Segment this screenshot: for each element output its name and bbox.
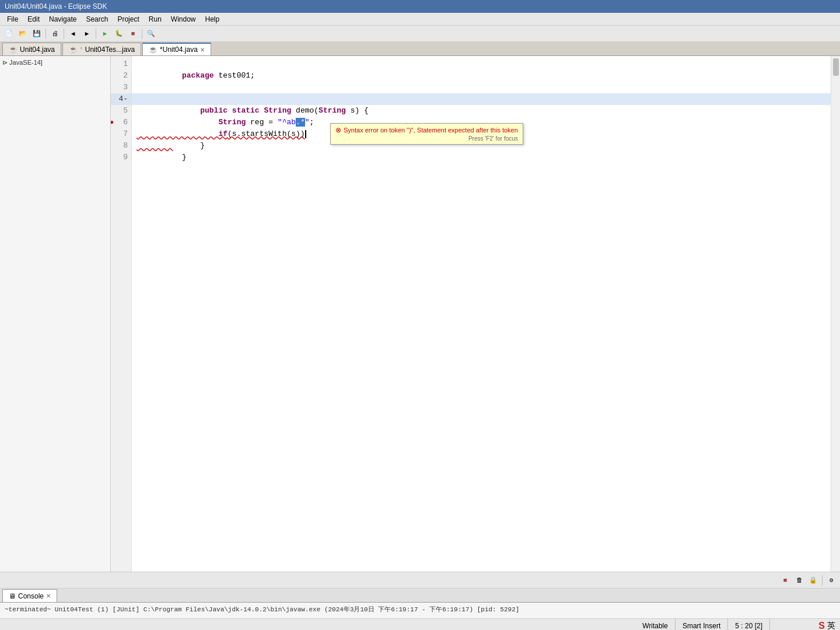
status-bar: Writable Smart Insert 5 : 20 [2] S 英	[0, 618, 840, 630]
code-line-9	[132, 152, 831, 163]
menu-edit[interactable]: Edit	[23, 14, 44, 24]
status-right: S 英	[770, 621, 840, 631]
tab-close-icon[interactable]: ✕	[200, 47, 205, 53]
console-settings[interactable]: ⚙	[825, 574, 838, 587]
tab-modified-indicator: *	[80, 46, 83, 54]
toolbar-back[interactable]: ◀	[66, 27, 79, 40]
code-line-3: public class Unit04 {	[132, 82, 831, 93]
editor-content: 1 2 3 4- 5 ●6 7 8 9 package test001;	[111, 56, 840, 572]
tab-unit04-2[interactable]: ☕ *Unit04.java ✕	[142, 43, 211, 55]
toolbar-forward[interactable]: ▶	[80, 27, 93, 40]
console-icon: 🖥	[9, 592, 16, 600]
side-panel-item[interactable]: ⊳ JavaSE-14]	[2, 59, 43, 66]
console-toolbar: ■ 🗑 🔒 ⚙	[0, 572, 840, 589]
toolbar-sep-3	[96, 29, 96, 39]
toolbar-save[interactable]: 💾	[30, 27, 43, 40]
tab-icon-3: ☕	[149, 46, 158, 54]
menu-file[interactable]: File	[2, 14, 23, 24]
console-content: ~terminated~ Unit04Test (1) [JUnit] C:\P…	[0, 603, 840, 616]
ln-8: 8	[111, 140, 131, 152]
tab-bar: ☕ Unit04.java ☕ * Unit04Tes...java ☕ *Un…	[0, 42, 840, 56]
toolbar-sep-4	[142, 29, 142, 39]
toolbar-stop[interactable]: ■	[127, 27, 139, 40]
error-tooltip-hint: Press 'F2' for focus	[335, 135, 518, 142]
status-insert-mode: Smart Insert	[676, 619, 728, 630]
code-line-4: public static String demo(String s) {	[132, 93, 831, 105]
status-writable: Writable	[635, 619, 676, 630]
main-area: ⊳ JavaSE-14] 1 2 3 4- 5 ●6 7 8 9	[0, 56, 840, 572]
ln-6: ●6	[111, 117, 131, 128]
status-writable-text: Writable	[642, 622, 668, 630]
tab-unit04-1[interactable]: ☕ Unit04.java	[2, 43, 61, 55]
ln-5: 5	[111, 105, 131, 117]
code-line-5: String reg = "^ab.*";	[132, 105, 831, 117]
tab-unit04-test[interactable]: ☕ * Unit04Tes...java	[62, 43, 141, 55]
input-method-icon: S	[818, 621, 825, 631]
error-tooltip-message: Syntax error on token ")", Statement exp…	[344, 127, 518, 134]
console-tab[interactable]: 🖥 Console ✕	[2, 589, 57, 602]
status-position: 5 : 20 [2]	[728, 619, 770, 630]
console-tab-close[interactable]: ✕	[46, 593, 51, 599]
ln-7: 7	[111, 128, 131, 140]
tab-label-2: Unit04Tes...java	[85, 46, 135, 54]
menu-bar: File Edit Navigate Search Project Run Wi…	[0, 13, 840, 26]
ln-4: 4-	[111, 93, 131, 105]
console-clear[interactable]: 🗑	[793, 574, 806, 587]
ln-9: 9	[111, 152, 131, 163]
tab-label-3: *Unit04.java	[160, 46, 198, 54]
error-tooltip-title: ⊗ Syntax error on token ")", Statement e…	[335, 126, 518, 134]
lang-icon: 英	[827, 621, 835, 631]
line-numbers: 1 2 3 4- 5 ●6 7 8 9	[111, 56, 132, 572]
toolbar-sep-1	[46, 29, 46, 39]
toolbar-debug[interactable]: 🐛	[113, 27, 125, 40]
menu-search[interactable]: Search	[81, 14, 113, 24]
menu-window[interactable]: Window	[166, 14, 201, 24]
toolbar-new[interactable]: 📄	[2, 27, 15, 40]
console-sep	[822, 575, 822, 586]
console-tab-bar: 🖥 Console ✕	[0, 589, 840, 603]
ln-3: 3	[111, 82, 131, 93]
error-circle-icon: ⊗	[335, 126, 341, 134]
console-terminate[interactable]: ■	[779, 574, 792, 587]
status-insert-text: Smart Insert	[682, 622, 720, 630]
side-panel: ⊳ JavaSE-14]	[0, 56, 111, 572]
console-text: ~terminated~ Unit04Test (1) [JUnit] C:\P…	[5, 606, 519, 613]
scroll-thumb[interactable]	[833, 58, 839, 76]
console-scroll-lock[interactable]: 🔒	[807, 574, 820, 587]
code-line-1: package test001;	[132, 58, 831, 70]
scroll-bar[interactable]	[831, 56, 840, 572]
toolbar-run[interactable]: ▶	[99, 27, 111, 40]
status-position-text: 5 : 20 [2]	[735, 622, 762, 630]
editor[interactable]: 1 2 3 4- 5 ●6 7 8 9 package test001;	[111, 56, 840, 572]
toolbar-open[interactable]: 📂	[16, 27, 29, 40]
ln-2: 2	[111, 70, 131, 82]
code-area[interactable]: package test001; public class Unit04 { p…	[132, 56, 831, 572]
error-tooltip: ⊗ Syntax error on token ")", Statement e…	[330, 123, 523, 145]
toolbar-print[interactable]: 🖨	[48, 27, 61, 40]
menu-help[interactable]: Help	[201, 14, 225, 24]
console-area: ■ 🗑 🔒 ⚙ 🖥 Console ✕ ~terminated~ Unit04T…	[0, 572, 840, 618]
tab-icon-1: ☕	[9, 46, 18, 54]
toolbar: 📄 📂 💾 🖨 ◀ ▶ ▶ 🐛 ■ 🔍	[0, 26, 840, 42]
code-line-2	[132, 70, 831, 82]
console-tab-label: Console	[18, 592, 44, 600]
menu-project[interactable]: Project	[113, 14, 144, 24]
menu-run[interactable]: Run	[144, 14, 166, 24]
tab-label-1: Unit04.java	[20, 46, 55, 54]
title-bar: Unit04/Unit04.java - Eclipse SDK	[0, 0, 840, 13]
toolbar-sep-2	[64, 29, 64, 39]
tab-icon-2: ☕	[69, 46, 78, 54]
title-text: Unit04/Unit04.java - Eclipse SDK	[5, 2, 107, 10]
menu-navigate[interactable]: Navigate	[44, 14, 81, 24]
ln-1: 1	[111, 58, 131, 70]
toolbar-search[interactable]: 🔍	[145, 27, 158, 40]
